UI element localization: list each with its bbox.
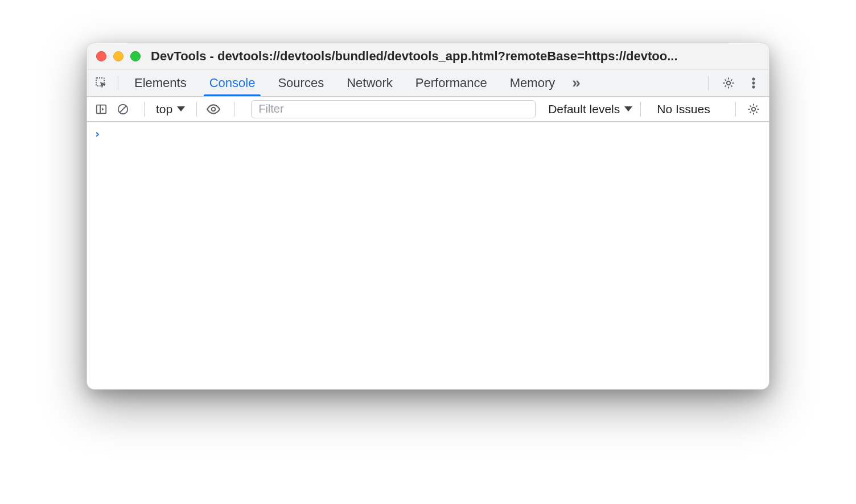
tab-console[interactable]: Console [198, 69, 267, 96]
tab-elements[interactable]: Elements [123, 69, 198, 96]
filter-input[interactable] [251, 100, 536, 118]
svg-point-10 [752, 107, 755, 110]
kebab-icon [747, 76, 760, 90]
divider [735, 102, 736, 117]
tab-label: Elements [134, 76, 187, 90]
svg-rect-5 [97, 105, 106, 113]
log-levels-selector[interactable]: Default levels [548, 102, 632, 116]
eye-icon [206, 102, 221, 117]
tab-label: Performance [415, 76, 487, 90]
more-tabs-button[interactable]: » [566, 74, 586, 92]
divider [196, 102, 197, 117]
chevron-down-icon [177, 106, 185, 111]
tabstrip-right [703, 73, 763, 93]
inspect-element-icon[interactable] [93, 75, 110, 92]
tab-label: Network [347, 76, 393, 90]
maximize-window-button[interactable] [130, 51, 141, 61]
svg-point-2 [752, 77, 755, 80]
divider [708, 76, 709, 90]
svg-point-3 [752, 81, 755, 84]
toggle-console-sidebar-button[interactable] [93, 101, 110, 118]
divider [118, 76, 118, 90]
sidebar-icon [95, 103, 108, 115]
divider [144, 102, 145, 117]
tabs: Elements Console Sources Network Perform… [123, 69, 566, 96]
more-options-button[interactable] [744, 73, 763, 93]
svg-line-8 [120, 106, 126, 112]
divider [640, 102, 641, 117]
svg-point-4 [752, 85, 755, 88]
live-expression-button[interactable] [205, 101, 222, 118]
execution-context-selector[interactable]: top [153, 102, 188, 116]
console-toolbar: top Default levels No Issues [87, 97, 769, 122]
window-title: DevTools - devtools://devtools/bundled/d… [151, 49, 760, 64]
svg-point-1 [727, 81, 730, 84]
tab-memory[interactable]: Memory [499, 69, 566, 96]
gear-icon [747, 102, 760, 116]
console-settings-button[interactable] [744, 100, 763, 119]
close-window-button[interactable] [96, 51, 106, 61]
tab-sources[interactable]: Sources [266, 69, 335, 96]
gear-icon [722, 76, 735, 90]
titlebar: DevTools - devtools://devtools/bundled/d… [87, 43, 769, 69]
devtools-window: DevTools - devtools://devtools/bundled/d… [87, 43, 769, 390]
tab-performance[interactable]: Performance [404, 69, 499, 96]
issues-label: No Issues [657, 102, 710, 116]
tab-label: Console [209, 76, 256, 90]
chevron-down-icon [624, 106, 632, 111]
minimize-window-button[interactable] [113, 51, 124, 61]
tab-label: Sources [278, 76, 324, 90]
window-controls [96, 51, 141, 61]
chevron-double-right-icon: » [572, 74, 580, 92]
tab-network[interactable]: Network [335, 69, 404, 96]
divider [234, 102, 235, 117]
clear-console-button[interactable] [114, 101, 131, 118]
console-prompt-icon: › [94, 127, 101, 141]
settings-button[interactable] [719, 73, 738, 93]
main-tabstrip: Elements Console Sources Network Perform… [87, 69, 769, 97]
context-label: top [156, 102, 172, 116]
levels-label: Default levels [548, 102, 620, 116]
console-output[interactable]: › [87, 122, 769, 389]
tab-label: Memory [510, 76, 555, 90]
svg-point-9 [212, 107, 216, 111]
clear-icon [117, 103, 129, 115]
